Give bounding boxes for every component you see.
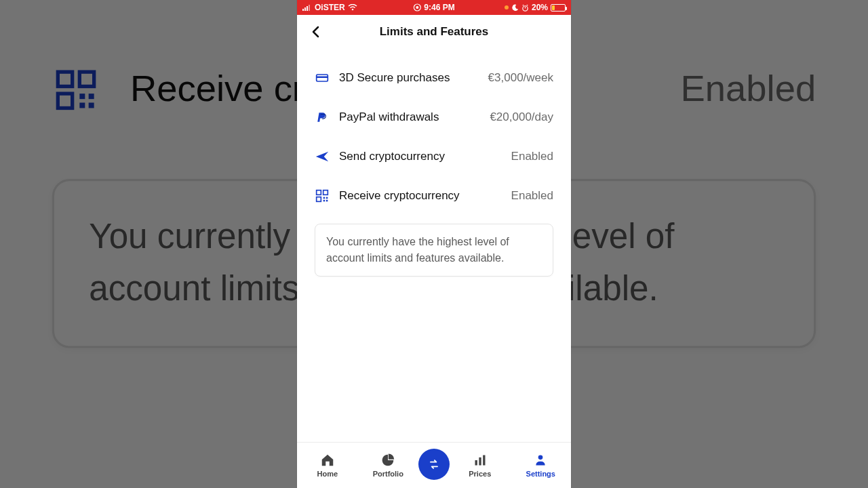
row-label: Receive cryptocurrency [339, 189, 460, 203]
person-icon [533, 453, 548, 468]
row-value: €3,000/week [488, 71, 553, 85]
svg-rect-29 [475, 460, 477, 466]
svg-rect-9 [302, 9, 304, 11]
row-label: 3D Secure purchases [339, 71, 450, 85]
status-right: 20% [505, 3, 566, 12]
svg-rect-22 [317, 190, 321, 195]
svg-rect-27 [323, 200, 326, 202]
tab-home[interactable]: Home [297, 453, 358, 478]
svg-rect-30 [479, 458, 481, 466]
svg-rect-3 [79, 72, 94, 86]
svg-rect-12 [309, 5, 310, 11]
qr-icon [315, 188, 330, 203]
wifi-icon [348, 4, 357, 11]
nav-header: Limits and Features [297, 15, 571, 49]
svg-rect-6 [89, 94, 94, 99]
tab-trade-button[interactable] [418, 449, 450, 480]
row-send-crypto[interactable]: Send cryptocurrency Enabled [315, 137, 553, 176]
send-icon [315, 149, 330, 164]
tab-label: Portfolio [373, 470, 403, 478]
status-bar: OiSTER 9:46 PM 20% [297, 0, 571, 15]
row-receive-crypto[interactable]: Receive cryptocurrency Enabled [315, 176, 553, 216]
svg-rect-2 [58, 72, 72, 86]
svg-rect-21 [317, 77, 328, 79]
svg-rect-8 [89, 102, 94, 108]
tab-label: Prices [469, 470, 491, 478]
info-box: You currently have the highest level of … [315, 224, 553, 277]
recording-icon [413, 3, 421, 12]
status-left: OiSTER [302, 3, 357, 12]
row-label: Send cryptocurrency [339, 150, 445, 163]
battery-percent-label: 20% [532, 3, 548, 12]
row-value: Enabled [511, 189, 553, 203]
privacy-dot-icon [505, 5, 509, 9]
svg-point-32 [538, 455, 543, 460]
tab-prices[interactable]: Prices [450, 453, 511, 478]
row-label: PayPal withdrawals [339, 110, 439, 124]
svg-rect-4 [58, 94, 72, 108]
svg-rect-28 [326, 200, 328, 202]
page-title: Limits and Features [380, 25, 489, 39]
row-value: Enabled [511, 150, 553, 163]
row-paypal-withdrawals[interactable]: PayPal withdrawals €20,000/day [315, 98, 553, 137]
tab-portfolio[interactable]: Portfolio [358, 453, 419, 478]
svg-rect-24 [317, 197, 321, 202]
svg-point-13 [351, 9, 353, 11]
clock-label: 9:46 PM [424, 3, 454, 12]
svg-rect-26 [326, 197, 328, 199]
svg-line-18 [523, 5, 524, 5]
phone-frame: OiSTER 9:46 PM 20% [297, 0, 571, 488]
alarm-icon [521, 4, 529, 12]
battery-icon [551, 4, 566, 12]
tab-label: Settings [526, 470, 555, 478]
status-center: 9:46 PM [413, 3, 454, 12]
carrier-label: OiSTER [315, 3, 345, 12]
bar-chart-icon [473, 453, 488, 468]
svg-rect-23 [323, 190, 328, 195]
card-icon [315, 70, 330, 85]
cell-signal-icon [302, 4, 312, 11]
paypal-icon [315, 110, 330, 125]
moon-icon [511, 4, 519, 12]
row-value: €20,000/day [490, 110, 553, 124]
svg-rect-10 [304, 7, 306, 11]
svg-line-19 [527, 5, 528, 5]
svg-rect-7 [79, 102, 85, 108]
home-icon [320, 453, 335, 468]
pie-chart-icon [380, 453, 395, 468]
swap-icon [427, 458, 441, 471]
back-button[interactable] [307, 23, 324, 41]
svg-point-15 [416, 6, 418, 9]
row-3d-secure[interactable]: 3D Secure purchases €3,000/week [315, 58, 553, 98]
tab-settings[interactable]: Settings [511, 453, 572, 478]
features-list: 3D Secure purchases €3,000/week PayPal w… [297, 49, 571, 216]
svg-rect-25 [323, 197, 326, 199]
svg-rect-5 [79, 94, 85, 99]
svg-rect-11 [307, 6, 308, 11]
tab-bar: Home Portfolio Prices Se [297, 442, 571, 488]
tab-label: Home [317, 470, 338, 478]
svg-rect-31 [483, 455, 485, 466]
chevron-left-icon [311, 26, 319, 38]
